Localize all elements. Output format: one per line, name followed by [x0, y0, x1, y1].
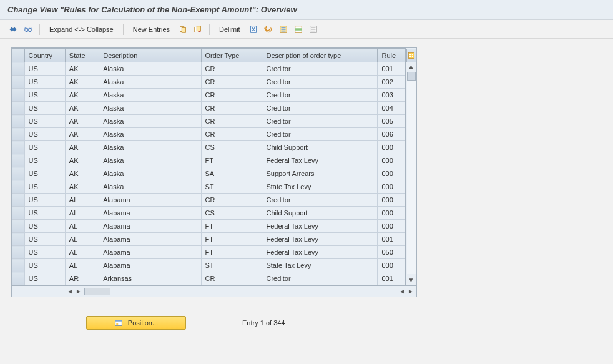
copy-as-icon[interactable]	[192, 24, 204, 35]
copy-icon[interactable]	[177, 24, 189, 35]
cell-rule[interactable]: 004	[378, 102, 405, 115]
cell-description[interactable]: Alaska	[99, 180, 201, 194]
cell-state[interactable]: AK	[65, 154, 99, 167]
cell-order-type[interactable]: CR	[201, 272, 262, 285]
row-selector[interactable]	[12, 259, 25, 272]
cell-state[interactable]: AL	[65, 207, 99, 220]
cell-order-type[interactable]: CR	[201, 62, 262, 76]
delimit-button[interactable]: Delimit	[215, 24, 244, 34]
cell-state[interactable]: AL	[65, 246, 99, 259]
scroll-down-icon[interactable]: ▼	[407, 275, 416, 284]
cell-country[interactable]: US	[24, 207, 65, 220]
cell-order-type[interactable]: FT	[201, 233, 262, 246]
table-row[interactable]: USALAlabamaFTFederal Tax Levy001	[12, 233, 405, 246]
table-row[interactable]: USAKAlaskaCSChild Support000	[12, 141, 405, 154]
cell-order-type-desc[interactable]: Federal Tax Levy	[262, 154, 378, 167]
row-selector[interactable]	[12, 62, 25, 76]
cell-rule[interactable]: 000	[378, 259, 405, 272]
table-row[interactable]: USALAlabamaCSChild Support000	[12, 207, 405, 220]
cell-state[interactable]: AK	[65, 167, 99, 180]
cell-description[interactable]: Alabama	[99, 220, 201, 233]
scroll-up-icon[interactable]: ▲	[407, 62, 416, 71]
select-block-icon[interactable]	[293, 24, 304, 35]
row-selector[interactable]	[12, 89, 25, 102]
cell-country[interactable]: US	[24, 220, 65, 233]
row-selector[interactable]	[12, 154, 25, 167]
cell-state[interactable]: AK	[65, 102, 99, 115]
row-selector[interactable]	[12, 220, 25, 233]
cell-order-type[interactable]: CR	[201, 76, 262, 89]
cell-description[interactable]: Alabama	[99, 233, 201, 246]
expand-collapse-button[interactable]: Expand <-> Collapse	[46, 24, 117, 34]
cell-description[interactable]: Alabama	[99, 194, 201, 207]
cell-rule[interactable]: 000	[378, 194, 405, 207]
cell-order-type-desc[interactable]: Creditor	[262, 76, 378, 89]
table-row[interactable]: USALAlabamaSTState Tax Levy000	[12, 259, 405, 272]
row-selector[interactable]	[12, 180, 25, 194]
cell-rule[interactable]: 000	[378, 154, 405, 167]
cell-rule[interactable]: 000	[378, 207, 405, 220]
cell-order-type[interactable]: SA	[201, 167, 262, 180]
table-row[interactable]: USALAlabamaCRCreditor000	[12, 194, 405, 207]
table-row[interactable]: USAKAlaskaCRCreditor005	[12, 115, 405, 128]
row-selector[interactable]	[12, 272, 25, 285]
cell-order-type[interactable]: CR	[201, 89, 262, 102]
row-selector-header[interactable]	[12, 49, 25, 62]
table-row[interactable]: USAKAlaskaCRCreditor003	[12, 89, 405, 102]
cell-description[interactable]: Alabama	[99, 207, 201, 220]
toggle-view-icon[interactable]	[7, 24, 19, 35]
cell-order-type-desc[interactable]: Federal Tax Levy	[262, 220, 378, 233]
cell-rule[interactable]: 000	[378, 180, 405, 194]
cell-country[interactable]: US	[24, 128, 65, 141]
cell-state[interactable]: AK	[65, 115, 99, 128]
cell-state[interactable]: AK	[65, 76, 99, 89]
cell-rule[interactable]: 001	[378, 272, 405, 285]
cell-order-type[interactable]: CR	[201, 128, 262, 141]
cell-country[interactable]: US	[24, 115, 65, 128]
cell-state[interactable]: AL	[65, 233, 99, 246]
cell-description[interactable]: Alaska	[99, 89, 201, 102]
cell-country[interactable]: US	[24, 246, 65, 259]
cell-state[interactable]: AK	[65, 128, 99, 141]
table-row[interactable]: USAKAlaskaCRCreditor001	[12, 62, 405, 76]
cell-state[interactable]: AK	[65, 180, 99, 194]
cell-order-type[interactable]: CS	[201, 141, 262, 154]
row-selector[interactable]	[12, 115, 25, 128]
cell-order-type[interactable]: FT	[201, 154, 262, 167]
scroll-left2-icon[interactable]: ◄	[398, 287, 406, 296]
scroll-thumb[interactable]	[407, 72, 416, 81]
cell-state[interactable]: AL	[65, 259, 99, 272]
cell-order-type-desc[interactable]: State Tax Levy	[262, 259, 378, 272]
cell-order-type-desc[interactable]: Creditor	[262, 194, 378, 207]
cell-order-type-desc[interactable]: Child Support	[262, 141, 378, 154]
cell-order-type[interactable]: ST	[201, 259, 262, 272]
cell-order-type-desc[interactable]: Creditor	[262, 62, 378, 76]
cell-order-type-desc[interactable]: Creditor	[262, 89, 378, 102]
cell-rule[interactable]: 000	[378, 167, 405, 180]
cell-rule[interactable]: 003	[378, 89, 405, 102]
cell-rule[interactable]: 006	[378, 128, 405, 141]
new-entries-button[interactable]: New Entries	[129, 24, 174, 34]
col-order-type-desc[interactable]: Description of order type	[262, 49, 378, 62]
cell-rule[interactable]: 001	[378, 62, 405, 76]
cell-country[interactable]: US	[24, 62, 65, 76]
cell-description[interactable]: Alabama	[99, 259, 201, 272]
cell-state[interactable]: AL	[65, 194, 99, 207]
glasses-icon[interactable]	[22, 24, 34, 35]
delete-icon[interactable]	[248, 24, 259, 35]
cell-description[interactable]: Alaska	[99, 128, 201, 141]
table-row[interactable]: USARArkansasCRCreditor001	[12, 272, 405, 285]
cell-order-type-desc[interactable]: Support Arrears	[262, 167, 378, 180]
position-button[interactable]: Position...	[86, 316, 186, 330]
cell-rule[interactable]: 050	[378, 246, 405, 259]
cell-country[interactable]: US	[24, 180, 65, 194]
cell-order-type-desc[interactable]: Creditor	[262, 272, 378, 285]
cell-order-type[interactable]: CR	[201, 102, 262, 115]
row-selector[interactable]	[12, 233, 25, 246]
row-selector[interactable]	[12, 141, 25, 154]
cell-state[interactable]: AK	[65, 89, 99, 102]
row-selector[interactable]	[12, 102, 25, 115]
scroll-right2-icon[interactable]: ►	[406, 287, 415, 296]
cell-order-type-desc[interactable]: Child Support	[262, 207, 378, 220]
cell-state[interactable]: AR	[65, 272, 99, 285]
